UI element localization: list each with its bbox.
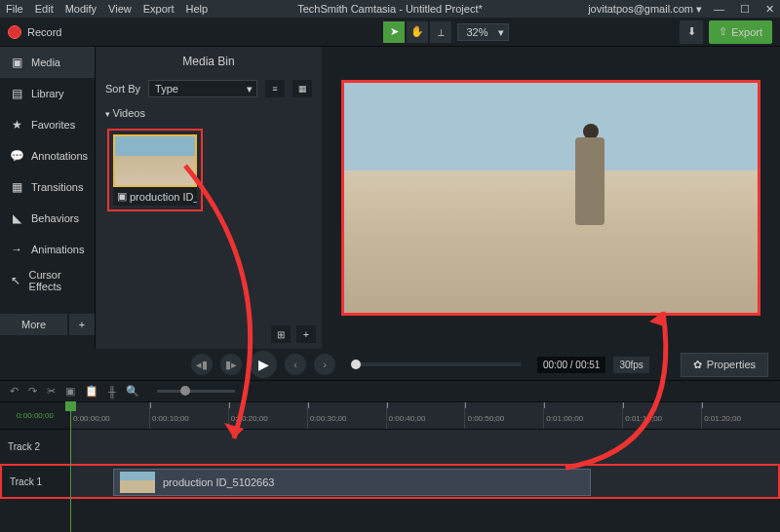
annotations-icon: 💬 <box>10 149 23 163</box>
share-icon: ⇧ <box>719 25 727 38</box>
tab-cursor-effects[interactable]: ↖Cursor Effects <box>0 265 95 296</box>
close-button[interactable]: ✕ <box>765 3 774 16</box>
sort-label: Sort By <box>105 83 140 95</box>
record-button[interactable]: Record <box>8 25 61 39</box>
media-bin: Media Bin Sort By Type ≡ ▦ Videos ▣produ… <box>96 47 322 349</box>
canvas-area <box>322 47 780 349</box>
menu-export[interactable]: Export <box>143 3 175 15</box>
tab-transitions[interactable]: ▦Transitions <box>0 171 95 203</box>
transitions-icon: ▦ <box>10 180 23 194</box>
behaviors-icon: ◣ <box>10 211 23 225</box>
seek-handle[interactable] <box>351 360 361 369</box>
more-button[interactable]: More <box>0 314 67 335</box>
split-icon[interactable]: ╫ <box>108 386 116 398</box>
ruler-start: 0:00:00;00 <box>0 402 70 429</box>
prev-frame-button[interactable]: ◂▮ <box>191 354 213 375</box>
ruler-tick: 0:00:00;00 <box>70 402 149 429</box>
zoom-out-icon[interactable]: 🔍 <box>126 385 139 398</box>
track-2[interactable]: Track 2 <box>0 429 780 464</box>
clip-thumb-icon <box>120 472 155 493</box>
gear-icon: ✿ <box>693 359 702 371</box>
ruler-tick: 0:00:30;00 <box>307 402 386 429</box>
menu-view[interactable]: View <box>108 3 132 15</box>
view-grid-icon[interactable]: ▦ <box>292 80 312 97</box>
view-list-icon[interactable]: ≡ <box>265 80 285 97</box>
pan-tool[interactable]: ✋ <box>407 21 428 43</box>
media-clip[interactable]: ▣production ID_510... <box>107 129 203 211</box>
next-frame-button[interactable]: ▮▸ <box>220 354 242 375</box>
record-icon <box>8 25 21 39</box>
add-button[interactable]: + <box>69 314 95 335</box>
redo-icon[interactable]: ↷ <box>28 385 37 398</box>
video-preview-content <box>567 124 616 250</box>
select-tool[interactable]: ➤ <box>383 21 405 43</box>
ruler-tick: 0:01:10;00 <box>622 402 701 429</box>
play-button[interactable]: ▶ <box>250 351 277 378</box>
minimize-button[interactable]: — <box>714 3 724 16</box>
playhead[interactable] <box>70 401 71 532</box>
star-icon: ★ <box>10 118 23 132</box>
step-forward-button[interactable]: › <box>314 354 335 375</box>
menu-modify[interactable]: Modify <box>65 3 97 15</box>
export-button[interactable]: ⇧ Export <box>709 20 772 44</box>
sort-select[interactable]: Type <box>148 80 257 97</box>
video-icon: ▣ <box>117 190 127 203</box>
download-button[interactable]: ⬇ <box>680 20 703 44</box>
crop-tool[interactable]: ⟂ <box>430 21 451 43</box>
menu-edit[interactable]: Edit <box>35 3 54 15</box>
ruler-tick: 0:01:20;00 <box>701 402 780 429</box>
tab-annotations[interactable]: 💬Annotations <box>0 140 95 171</box>
ruler-tick: 0:00:40;00 <box>386 402 465 429</box>
zoom-select[interactable]: 32% <box>457 23 508 41</box>
menu-help[interactable]: Help <box>186 3 209 15</box>
seek-bar[interactable] <box>351 362 522 366</box>
tab-library[interactable]: ▤Library <box>0 78 95 109</box>
playback-bar: ◂▮ ▮▸ ▶ ‹ › 00:00 / 00:51 30fps ✿Propert… <box>0 349 780 380</box>
time-display: 00:00 / 00:51 <box>537 357 605 373</box>
cursor-icon: ↖ <box>10 274 21 287</box>
clip-thumbnail <box>113 134 197 187</box>
main-toolbar: Record ➤ ✋ ⟂ 32% ⬇ ⇧ Export <box>0 18 780 47</box>
timeline-toolbar: ↶ ↷ ✂ ▣ 📋 ╫ 🔍 <box>0 380 780 401</box>
track-1[interactable]: Track 1 production ID_5102663 <box>0 464 780 499</box>
timeline-ruler[interactable]: 0:00:00;00 0:00:00;00 0:00:10;00 0:00:20… <box>0 401 780 429</box>
fps-display[interactable]: 30fps <box>613 357 648 373</box>
maximize-button[interactable]: ☐ <box>740 3 750 16</box>
bin-add-icon[interactable]: + <box>296 325 316 343</box>
category-videos[interactable]: Videos <box>96 101 322 125</box>
timeline-clip[interactable]: production ID_5102663 <box>113 469 591 496</box>
animations-icon: → <box>10 243 23 256</box>
tab-media[interactable]: ▣Media <box>0 47 95 78</box>
tab-behaviors[interactable]: ◣Behaviors <box>0 203 95 234</box>
ruler-tick: 0:00:50;00 <box>464 402 543 429</box>
menu-file[interactable]: File <box>6 3 23 15</box>
library-icon: ▤ <box>10 87 23 100</box>
tab-animations[interactable]: →Animations <box>0 234 95 265</box>
preview-canvas[interactable] <box>341 80 760 316</box>
zoom-slider[interactable] <box>157 390 235 393</box>
tab-favorites[interactable]: ★Favorites <box>0 109 95 140</box>
step-back-button[interactable]: ‹ <box>285 354 306 375</box>
window-title: TechSmith Camtasia - Untitled Project* <box>297 3 483 15</box>
bin-title: Media Bin <box>96 47 322 76</box>
ruler-tick: 0:01:00;00 <box>543 402 622 429</box>
bin-grid-icon[interactable]: ⊞ <box>271 325 291 343</box>
menu-bar: File Edit Modify View Export Help TechSm… <box>0 0 780 18</box>
track-1-header[interactable]: Track 1 <box>2 466 72 497</box>
ruler-tick: 0:00:20;00 <box>228 402 307 429</box>
cut-icon[interactable]: ✂ <box>47 385 56 398</box>
side-tabs: ▣Media ▤Library ★Favorites 💬Annotations … <box>0 47 96 349</box>
paste-icon[interactable]: 📋 <box>85 385 98 398</box>
properties-button[interactable]: ✿Properties <box>681 353 768 377</box>
user-menu[interactable]: jovitatpos@gmail.com ▾ <box>588 3 702 16</box>
undo-icon[interactable]: ↶ <box>10 385 19 398</box>
track-2-header[interactable]: Track 2 <box>0 430 70 464</box>
ruler-tick: 0:00:10;00 <box>149 402 228 429</box>
copy-icon[interactable]: ▣ <box>65 385 75 398</box>
media-icon: ▣ <box>10 56 23 69</box>
